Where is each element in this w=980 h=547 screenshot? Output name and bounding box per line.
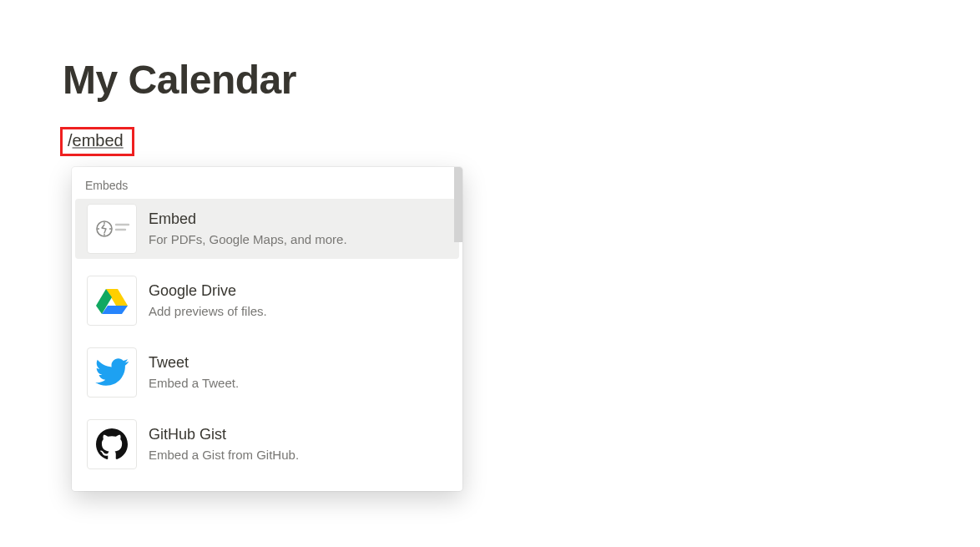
- scrollbar-thumb[interactable]: [454, 167, 462, 242]
- scrollbar-track: [454, 167, 462, 491]
- menu-item-title: GitHub Gist: [149, 425, 299, 444]
- embed-icon: [87, 204, 137, 254]
- menu-item-tweet[interactable]: Tweet Embed a Tweet.: [75, 342, 459, 403]
- menu-item-title: Tweet: [149, 353, 239, 372]
- menu-item-embed[interactable]: Embed For PDFs, Google Maps, and more.: [75, 199, 459, 259]
- slash-command-text: embed: [73, 131, 124, 149]
- page-title: My Calendar: [63, 57, 296, 103]
- menu-item-desc: For PDFs, Google Maps, and more.: [149, 230, 347, 248]
- slash-command-input[interactable]: /embed: [60, 127, 134, 156]
- menu-item-title: Google Drive: [149, 281, 267, 301]
- dropdown-section-label: Embeds: [72, 167, 462, 199]
- menu-item-title: Embed: [149, 210, 347, 229]
- menu-item-github-gist[interactable]: GitHub Gist Embed a Gist from GitHub.: [75, 414, 459, 474]
- menu-item-google-drive[interactable]: Google Drive Add previews of files.: [75, 271, 459, 331]
- google-drive-icon: [87, 276, 137, 326]
- menu-item-desc: Add previews of files.: [149, 302, 267, 320]
- github-icon: [87, 419, 137, 469]
- slash-command-dropdown: Embeds Embed For PDFs, Google Maps, and …: [72, 167, 462, 491]
- twitter-icon: [87, 347, 137, 398]
- menu-item-desc: Embed a Gist from GitHub.: [149, 446, 299, 463]
- menu-item-desc: Embed a Tweet.: [149, 374, 239, 392]
